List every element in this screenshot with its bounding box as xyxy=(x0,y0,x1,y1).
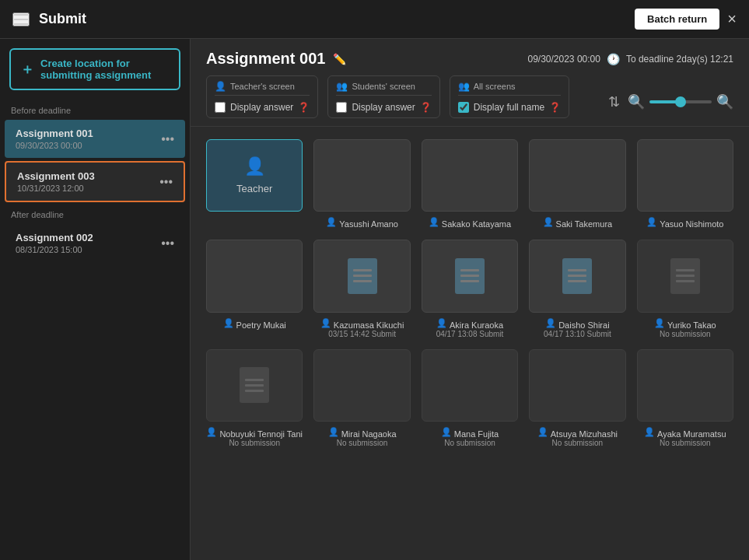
student-11-person-icon: 👤 xyxy=(441,427,452,437)
student-cell-13: 👤 Ayaka Muramatsu No submission xyxy=(637,349,733,447)
sort-button[interactable]: ⇅ xyxy=(608,93,620,110)
student-10-name: Mirai Nagaoka xyxy=(341,429,397,439)
assignment-001-date: 09/30/2023 00:00 xyxy=(16,141,93,150)
student-13-submit-info: No submission xyxy=(660,439,711,447)
teacher-screen-icon: 👤 xyxy=(215,81,226,92)
student-12-person-icon: 👤 xyxy=(537,427,548,437)
section-before-deadline: Before deadline xyxy=(0,100,190,118)
app-header: Submit Batch return × xyxy=(0,0,749,39)
edit-icon[interactable]: ✏️ xyxy=(333,53,346,65)
all-display-fullname-checkbox[interactable] xyxy=(458,102,469,113)
student-cell-6: 👤 Akira Kuraoka 04/17 13:08 Submit xyxy=(422,240,518,338)
close-button[interactable]: × xyxy=(727,10,737,28)
student-card-10[interactable] xyxy=(313,349,410,422)
students-display-answer-checkbox[interactable] xyxy=(336,102,347,113)
student-13-person-icon: 👤 xyxy=(644,427,655,437)
section-after-deadline: After deadline xyxy=(0,204,190,222)
teachers-screen-group: 👤 Teacher's screen Display answer ❓ xyxy=(206,75,318,118)
teacher-help-icon[interactable]: ❓ xyxy=(298,102,310,113)
assignment-item-003[interactable]: Assignment 003 10/31/2023 12:00 ••• xyxy=(5,161,185,202)
doc-icon-6 xyxy=(455,258,485,294)
assignment-002-date: 08/31/2023 15:00 xyxy=(16,245,93,254)
student-card-7[interactable] xyxy=(529,240,625,312)
students-screen-label: Students' screen xyxy=(352,82,415,91)
student-cell-11: 👤 Mana Fujita No submission xyxy=(422,349,518,447)
student-cell-4: 👤 Poetry Mukai xyxy=(206,240,303,338)
teacher-display-answer-checkbox[interactable] xyxy=(215,102,226,113)
assignment-item-002[interactable]: Assignment 002 08/31/2023 15:00 ••• xyxy=(5,224,185,262)
student-card-3[interactable] xyxy=(637,139,733,212)
plus-icon: ＋ xyxy=(20,60,34,79)
student-6-name: Akira Kuraoka xyxy=(450,320,503,330)
doc-icon-9 xyxy=(240,367,269,403)
student-4-name: Poetry Mukai xyxy=(236,320,286,330)
assignment-title-row: Assignment 001 ✏️ xyxy=(206,50,346,68)
assignment-002-menu-button[interactable]: ••• xyxy=(161,236,174,250)
batch-return-button[interactable]: Batch return xyxy=(635,9,719,30)
student-12-submit-info: No submission xyxy=(552,439,604,447)
zoom-slider[interactable] xyxy=(649,100,712,103)
teacher-card[interactable]: 👤 Teacher xyxy=(206,139,303,212)
submission-grid-area: 👤 Teacher 👤 Yasushi Amano xyxy=(191,127,749,560)
deadline-date: 09/30/2023 00:00 xyxy=(527,54,600,65)
student-card-6[interactable] xyxy=(422,240,518,312)
student-card-2[interactable] xyxy=(529,139,625,212)
student-cell-5: 👤 Kazumasa Kikuchi 03/15 14:42 Submit xyxy=(313,240,410,338)
teacher-avatar-icon: 👤 xyxy=(244,156,265,177)
all-screens-label: All screens xyxy=(474,82,516,91)
student-1-name: Sakako Katayama xyxy=(442,219,511,229)
student-9-person-icon: 👤 xyxy=(206,427,217,437)
student-card-13[interactable] xyxy=(637,349,733,422)
student-card-9[interactable] xyxy=(206,349,303,422)
student-4-person-icon: 👤 xyxy=(223,318,234,328)
submission-grid: 👤 Teacher 👤 Yasushi Amano xyxy=(206,139,733,447)
student-card-11[interactable] xyxy=(422,349,518,422)
all-screens-icon: 👥 xyxy=(458,81,470,92)
student-6-person-icon: 👤 xyxy=(436,318,447,328)
students-help-icon[interactable]: ❓ xyxy=(420,102,432,113)
student-cell-0: 👤 Yasushi Amano xyxy=(313,139,410,229)
student-7-person-icon: 👤 xyxy=(545,318,556,328)
assignment-001-menu-button[interactable]: ••• xyxy=(161,132,174,146)
student-11-name: Mana Fujita xyxy=(454,429,499,439)
sidebar: ＋ Create location for submitting assignm… xyxy=(0,39,191,560)
app-title: Submit xyxy=(39,11,86,27)
main-header: Assignment 001 ✏️ 09/30/2023 00:00 🕐 To … xyxy=(191,39,749,127)
student-card-5[interactable] xyxy=(313,240,410,312)
controls-right: ⇅ 🔍 🔍 xyxy=(608,93,733,118)
teacher-screen-label: Teacher's screen xyxy=(230,82,295,91)
main-content: Assignment 001 ✏️ 09/30/2023 00:00 🕐 To … xyxy=(191,39,749,560)
student-8-person-icon: 👤 xyxy=(654,318,665,328)
assignment-003-menu-button[interactable]: ••• xyxy=(159,175,173,189)
assignment-002-name: Assignment 002 xyxy=(16,232,93,243)
student-1-person-icon: 👤 xyxy=(429,217,439,227)
assignment-003-date: 10/31/2023 12:00 xyxy=(17,184,95,193)
create-location-button[interactable]: ＋ Create location for submitting assignm… xyxy=(9,48,180,90)
hamburger-menu-button[interactable] xyxy=(12,12,30,26)
main-layout: ＋ Create location for submitting assignm… xyxy=(0,39,749,560)
student-cell-10: 👤 Mirai Nagaoka No submission xyxy=(313,349,410,447)
student-8-name: Yuriko Takao xyxy=(667,320,716,330)
student-10-submit-info: No submission xyxy=(337,439,388,447)
zoom-in-button[interactable]: 🔍 xyxy=(716,93,733,110)
student-card-12[interactable] xyxy=(529,349,625,422)
student-cell-3: 👤 Yasuo Nishimoto xyxy=(637,139,733,229)
teacher-card-label: Teacher xyxy=(236,183,272,194)
student-card-0[interactable] xyxy=(313,139,410,212)
student-card-1[interactable] xyxy=(422,139,518,212)
all-screens-help-icon[interactable]: ❓ xyxy=(549,102,561,113)
header-left: Submit xyxy=(12,11,86,27)
doc-icon-8 xyxy=(670,258,700,294)
student-cell-2: 👤 Saki Takemura xyxy=(529,139,625,229)
student-13-name: Ayaka Muramatsu xyxy=(657,429,726,439)
header-right: Batch return × xyxy=(635,9,737,30)
zoom-slider-container: 🔍 🔍 xyxy=(628,93,733,110)
student-5-submit-info: 03/15 14:42 Submit xyxy=(328,330,396,338)
zoom-out-button[interactable]: 🔍 xyxy=(628,93,645,110)
assignment-item-001[interactable]: Assignment 001 09/30/2023 00:00 ••• xyxy=(5,120,185,158)
student-card-8[interactable] xyxy=(637,240,733,312)
student-cell-8: 👤 Yuriko Takao No submission xyxy=(637,240,733,338)
student-card-4[interactable] xyxy=(206,240,303,312)
students-display-answer-label: Display answer xyxy=(352,102,415,113)
student-7-submit-info: 04/17 13:10 Submit xyxy=(544,330,611,338)
